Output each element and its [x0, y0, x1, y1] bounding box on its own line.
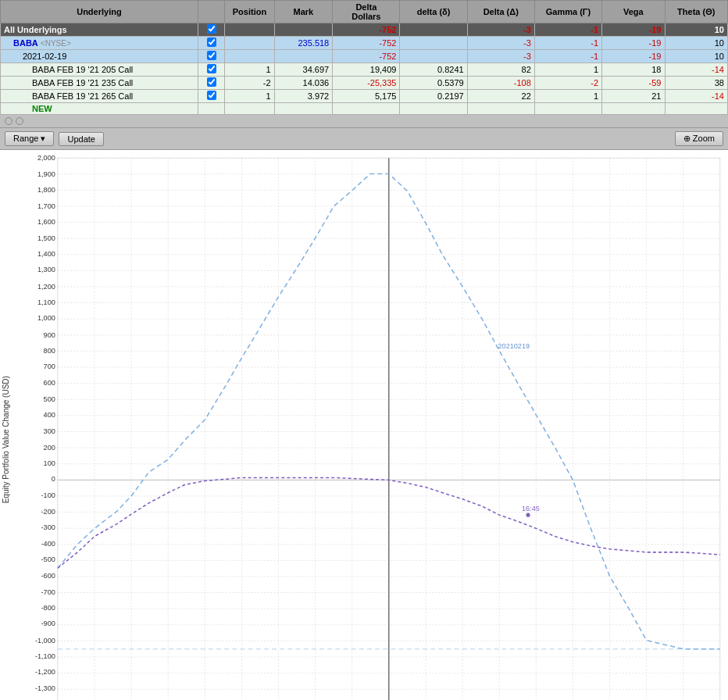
y-tick-n700: -700 [41, 588, 55, 596]
cell-vega-opt1: 18 [602, 63, 665, 77]
range-button[interactable]: Range ▾ [5, 131, 54, 146]
cell-delta-dollars-2021: -752 [333, 50, 400, 63]
cell-mark-all [274, 23, 333, 37]
cell-delta-dollars-new [333, 103, 400, 115]
table-row-all: All Underlyings-752-3-1-1910 [1, 23, 728, 37]
window-dot-1[interactable] [5, 117, 12, 125]
cell-delta-small-baba [400, 37, 467, 50]
cell-gamma-2021: -1 [534, 50, 601, 63]
table-row-opt1: BABA FEB 19 '21 205 Call134.69719,4090.8… [1, 63, 728, 77]
cell-mark-opt1: 34.697 [274, 63, 333, 77]
checkbox-opt3[interactable] [207, 91, 216, 100]
cell-gamma-all: -1 [534, 23, 601, 37]
chart-section: Equity Portfolio Value Change (USD) [0, 150, 728, 700]
positions-table: Underlying Position Mark DeltaDollars de… [0, 0, 728, 115]
cell-gamma-opt2: -2 [534, 77, 601, 90]
cell-checkbox-opt1[interactable] [198, 63, 224, 77]
cell-vega-all: -19 [602, 23, 665, 37]
y-tick-n1100: -1,100 [35, 652, 55, 660]
cell-theta-opt2: 38 [665, 77, 728, 90]
cell-gamma-opt3: 1 [534, 90, 601, 103]
cell-name-2021: 2021-02-19 [1, 50, 198, 63]
y-tick-n1300: -1,300 [35, 684, 55, 692]
cell-theta-new [665, 103, 728, 115]
cell-position-opt3: 1 [225, 90, 274, 103]
cell-delta-big-opt3: 22 [467, 90, 534, 103]
cell-delta-dollars-opt2: -25,335 [333, 77, 400, 90]
checkbox-opt1[interactable] [207, 64, 216, 73]
controls-bar: Range ▾ Update ⊕ Zoom [0, 127, 728, 150]
cell-vega-opt3: 21 [602, 90, 665, 103]
positions-table-section: Underlying Position Mark DeltaDollars de… [0, 0, 728, 115]
cell-name-new: NEW [1, 103, 198, 115]
cell-delta-dollars-all: -752 [333, 23, 400, 37]
label-dot-1645 [526, 513, 530, 517]
y-tick-1600: 1,600 [37, 218, 55, 226]
y-tick-1900: 1,900 [37, 170, 55, 178]
table-row-opt2: BABA FEB 19 '21 235 Call-214.036-25,3350… [1, 77, 728, 90]
y-tick-500: 500 [44, 395, 55, 403]
chart-container: Equity Portfolio Value Change (USD) [0, 150, 728, 700]
cell-vega-opt2: -59 [602, 77, 665, 90]
cell-delta-dollars-opt3: 5,175 [333, 90, 400, 103]
baba-exchange: <NYSE> [41, 39, 71, 48]
y-tick-400: 400 [44, 411, 55, 419]
cell-name-opt2: BABA FEB 19 '21 235 Call [1, 77, 198, 90]
table-row-baba: BABA <NYSE>235.518-752-3-1-1910 [1, 37, 728, 50]
update-button[interactable]: Update [59, 132, 103, 146]
window-controls [0, 115, 728, 127]
cell-checkbox-all[interactable] [198, 23, 224, 37]
col-header-vega: Vega [602, 1, 665, 23]
cell-delta-small-new [400, 103, 467, 115]
cell-checkbox-opt3[interactable] [198, 90, 224, 103]
chart-inner: 2,000 1,900 1,800 1,700 1,600 1,500 1,40… [14, 150, 728, 700]
cell-checkbox-2021[interactable] [198, 50, 224, 63]
y-tick-700: 700 [44, 362, 55, 370]
checkbox-opt2[interactable] [207, 77, 216, 87]
zoom-button[interactable]: ⊕ Zoom [675, 131, 723, 146]
y-tick-1200: 1,200 [37, 283, 55, 291]
col-header-underlying: Underlying [1, 1, 198, 23]
controls-left: Range ▾ Update [5, 131, 104, 146]
y-tick-n300: -300 [41, 523, 55, 531]
col-header-gamma: Gamma (Γ) [534, 1, 601, 23]
checkbox-baba[interactable] [207, 38, 216, 47]
y-tick-n1200: -1,200 [35, 668, 55, 676]
cell-delta-big-all: -3 [467, 23, 534, 37]
y-tick-1500: 1,500 [37, 234, 55, 242]
col-header-delta-small: delta (δ) [400, 1, 467, 23]
cell-mark-baba: 235.518 [274, 37, 333, 50]
cell-delta-small-all [400, 23, 467, 37]
checkbox-all[interactable] [207, 24, 216, 34]
cell-vega-new [602, 103, 665, 115]
cell-theta-all: 10 [665, 23, 728, 37]
y-tick-n800: -800 [41, 604, 55, 612]
cell-name-opt3: BABA FEB 19 '21 265 Call [1, 90, 198, 103]
col-header-delta-big: Delta (Δ) [467, 1, 534, 23]
cell-checkbox-baba[interactable] [198, 37, 224, 50]
y-tick-900: 900 [44, 331, 55, 339]
y-tick-n100: -100 [41, 491, 55, 499]
y-tick-n900: -900 [41, 620, 55, 627]
cell-delta-dollars-opt1: 19,409 [333, 63, 400, 77]
cell-theta-baba: 10 [665, 37, 728, 50]
y-tick-1000: 1,000 [37, 314, 55, 322]
y-tick-1800: 1,800 [37, 186, 55, 194]
y-tick-n600: -600 [41, 572, 55, 580]
cell-position-opt1: 1 [225, 63, 274, 77]
cell-mark-new [274, 103, 333, 115]
y-tick-0: 0 [52, 475, 55, 483]
cell-checkbox-opt2[interactable] [198, 77, 224, 90]
y-tick-300: 300 [44, 427, 55, 435]
col-header-checkbox [198, 1, 224, 23]
cell-vega-2021: -19 [602, 50, 665, 63]
chart-svg: 2,000 1,900 1,800 1,700 1,600 1,500 1,40… [14, 150, 728, 700]
window-dot-2[interactable] [16, 117, 23, 125]
cell-gamma-baba: -1 [534, 37, 601, 50]
table-row-2021: 2021-02-19-752-3-1-1910 [1, 50, 728, 63]
checkbox-2021[interactable] [207, 51, 216, 60]
baba-name: BABA [13, 38, 38, 48]
y-tick-n400: -400 [41, 540, 55, 548]
cell-checkbox-new[interactable] [198, 103, 224, 115]
cell-delta-dollars-baba: -752 [333, 37, 400, 50]
